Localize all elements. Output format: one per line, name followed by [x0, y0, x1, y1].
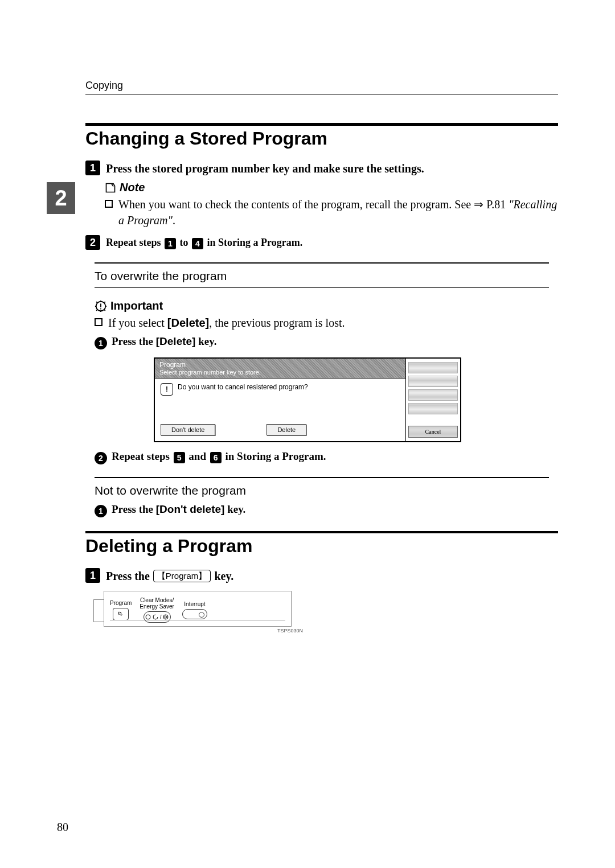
step-1-deleting-text: Press the 【Program】 key.	[106, 568, 233, 584]
dialog-subtitle: Select program number key to store.	[159, 369, 401, 376]
substep-text: Press the [Don't delete] key.	[112, 503, 245, 517]
dialog-prompt-text: Do you want to cancel resistered program…	[178, 383, 308, 391]
chapter-tab: 2	[47, 182, 75, 214]
warning-icon: !	[161, 383, 173, 396]
step-2: 2 Repeat steps 1 to 4 in Storing a Progr…	[85, 235, 558, 250]
subsection-title-not-overwrite: Not to overwrite the program	[95, 484, 549, 497]
substep-number-circle: 1	[95, 337, 107, 349]
dialog-side-panel: Cancel	[405, 359, 460, 441]
page-number: 80	[57, 821, 68, 834]
program-hardkey: 【Program】	[153, 570, 211, 582]
interrupt-group: Interrupt	[182, 601, 207, 619]
svg-rect-1	[100, 303, 101, 307]
clear-modes-label: Clear Modes/Energy Saver	[140, 597, 174, 610]
inline-step-ref: 1	[165, 238, 176, 249]
step-1-text: Press the stored program number key and …	[106, 161, 424, 176]
keypanel-figure: Program Clear Modes/Energy Saver / Inter…	[104, 591, 558, 627]
section-title-deleting: Deleting a Program	[85, 536, 558, 557]
inline-step-ref: 4	[192, 238, 203, 249]
subsection-rule	[95, 477, 549, 478]
step-1-deleting: 1 Press the 【Program】 key.	[85, 568, 558, 584]
svg-point-5	[165, 616, 167, 618]
inline-step-ref: 6	[210, 452, 222, 463]
program-key-icon	[117, 610, 125, 618]
step-1: 1 Press the stored program number key an…	[85, 161, 558, 176]
program-slot[interactable]	[408, 362, 458, 373]
program-slot[interactable]	[408, 403, 458, 414]
subsection-rule	[95, 262, 549, 264]
important-icon	[95, 300, 107, 312]
running-header: Copying	[85, 80, 558, 94]
svg-rect-2	[100, 308, 101, 309]
step-number-badge: 2	[85, 235, 100, 250]
section-title-changing: Changing a Stored Program	[85, 128, 558, 149]
interrupt-key[interactable]	[182, 609, 207, 619]
program-slot[interactable]	[408, 376, 458, 387]
note-heading: Note	[105, 181, 558, 194]
dialog-titlebar: Program Select program number key to sto…	[155, 359, 405, 379]
dont-delete-button[interactable]: Don't delete	[161, 424, 215, 435]
program-key-label: Program	[110, 600, 132, 606]
substep-2-overwrite: 2 Repeat steps 5 and 6 in Storing a Prog…	[95, 450, 558, 464]
section-rule	[85, 531, 558, 533]
step-number-badge: 1	[85, 161, 100, 175]
panel-baseline	[110, 620, 285, 620]
svg-point-3	[146, 615, 150, 619]
program-key[interactable]	[113, 608, 129, 620]
clear-modes-key[interactable]: /	[144, 611, 171, 623]
step-2-text: Repeat steps 1 to 4 in Storing a Program…	[106, 235, 302, 250]
energy-icon	[153, 614, 158, 620]
dialog-screenshot: Program Select program number key to sto…	[154, 357, 461, 442]
important-bullet: If you select [Delete], the previous pro…	[95, 315, 558, 331]
program-slot[interactable]	[408, 389, 458, 401]
important-heading: Important	[95, 299, 558, 312]
circle-icon	[145, 614, 151, 620]
important-label: Important	[110, 299, 163, 312]
subsection-overwrite: To overwrite the program	[85, 262, 558, 288]
cancel-button[interactable]: Cancel	[408, 426, 458, 438]
spiral-icon	[163, 614, 169, 620]
note-label: Note	[120, 181, 145, 194]
svg-point-4	[163, 615, 168, 619]
inline-step-ref: 5	[174, 452, 185, 463]
note-icon	[105, 182, 116, 194]
bullet-icon	[105, 200, 113, 208]
clear-modes-group: Clear Modes/Energy Saver /	[140, 597, 174, 623]
note-bullet: When you want to check the contents of t…	[105, 196, 558, 228]
bullet-icon	[95, 318, 102, 326]
subsection-rule	[95, 287, 549, 288]
dialog-prompt-row: ! Do you want to cancel resistered progr…	[161, 383, 400, 396]
panel-edge	[93, 599, 104, 622]
interrupt-label: Interrupt	[184, 601, 205, 607]
program-key-group: Program	[110, 600, 132, 620]
section-rule	[85, 123, 558, 126]
substep-1-text: Press the [Delete] key.	[112, 335, 216, 349]
important-body: If you select [Delete], the previous pro…	[108, 315, 345, 331]
substep-1-not-overwrite: 1 Press the [Don't delete] key.	[95, 503, 558, 517]
step-number-badge: 1	[85, 568, 100, 583]
substep-2-text: Repeat steps 5 and 6 in Storing a Progra…	[112, 450, 326, 464]
substep-number-circle: 1	[95, 505, 107, 517]
note-body: When you want to check the contents of t…	[118, 196, 558, 228]
subsection-not-overwrite: Not to overwrite the program	[85, 477, 558, 497]
dialog-title: Program	[159, 361, 401, 369]
substep-1-overwrite: 1 Press the [Delete] key.	[95, 335, 558, 349]
subsection-title-overwrite: To overwrite the program	[95, 269, 549, 283]
substep-number-circle: 2	[95, 452, 107, 464]
delete-button[interactable]: Delete	[266, 424, 306, 435]
figure-code: TSPS030N	[104, 628, 303, 633]
